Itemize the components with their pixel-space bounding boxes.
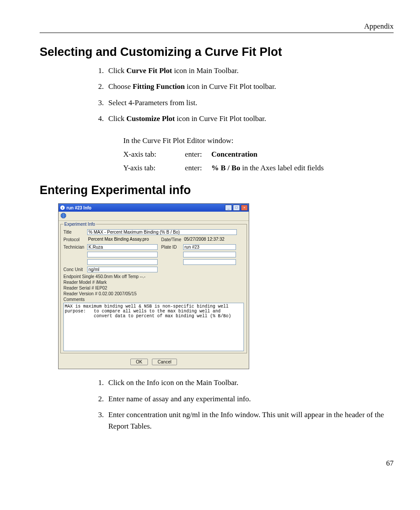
experiment-info-fieldset: Experiment Info Title Protocol Percent M… bbox=[60, 222, 247, 353]
sub-intro: In the Curve Fit Plot Editor window: bbox=[123, 134, 394, 148]
header-right-text: Appendix bbox=[364, 22, 394, 30]
concunit-input[interactable] bbox=[87, 267, 158, 272]
label-datetime: Date/Time bbox=[161, 237, 183, 242]
page-number: 67 bbox=[40, 459, 394, 468]
plateid-input[interactable] bbox=[183, 244, 236, 250]
text: icon in Curve Fit Plot toolbar. bbox=[185, 82, 276, 91]
minimize-button[interactable]: _ bbox=[225, 205, 232, 211]
curve-fit-sub-instructions: In the Curve Fit Plot Editor window: X-a… bbox=[123, 134, 394, 175]
experimental-info-steps: Click on the Info icon on the Main Toolb… bbox=[40, 377, 394, 432]
extra-input-2a[interactable] bbox=[87, 259, 158, 265]
curve-fit-steps: Click Curve Fit Plot icon in Main Toolba… bbox=[40, 65, 394, 125]
bold-text: Concentration bbox=[211, 150, 258, 158]
info-dialog-window: i run #23 Info _ □ × Experiment Info Tit… bbox=[58, 203, 249, 369]
datetime-value: 05/27/2008 12:37:32 bbox=[183, 237, 236, 242]
row-title: Title bbox=[63, 229, 244, 235]
sub-col-value: Concentration bbox=[211, 148, 258, 161]
row-protocol: Protocol Percent Max Binding Assay.pro D… bbox=[63, 237, 244, 242]
bold-text: Customize Plot bbox=[126, 114, 175, 123]
close-button[interactable]: × bbox=[241, 205, 248, 211]
dialog-toolbar bbox=[59, 212, 249, 221]
comments-textarea[interactable]: MAX is maximum binding well & NSB is non… bbox=[63, 303, 244, 351]
extra-input-2b[interactable] bbox=[183, 259, 236, 265]
label-plateid: Plate ID bbox=[161, 245, 183, 249]
static-endpoint: Endpoint Single 450.0nm Mix off Temp --.… bbox=[63, 274, 244, 279]
page-header: Appendix bbox=[40, 22, 394, 33]
sub-col-value: % B / Bo in the Axes label edit fields bbox=[211, 161, 324, 175]
titlebar: i run #23 Info _ □ × bbox=[59, 204, 249, 212]
maximize-button[interactable]: □ bbox=[233, 205, 240, 211]
label-technician: Technician bbox=[63, 245, 87, 249]
list-item: Select 4-Parameters from list. bbox=[106, 97, 394, 109]
bold-text: Fitting Function bbox=[133, 82, 185, 91]
sub-row-x-axis: X-axis tab: enter: Concentration bbox=[123, 148, 394, 161]
text: icon in Main Toolbar. bbox=[172, 66, 239, 75]
list-item: Click Customize Plot icon in Curve Fit P… bbox=[106, 113, 394, 125]
extra-input-1a[interactable] bbox=[87, 252, 158, 257]
fieldset-legend: Experiment Info bbox=[63, 222, 96, 227]
label-comments: Comments bbox=[63, 297, 244, 302]
heading-curve-fit: Selecting and Customizing a Curve Fit Pl… bbox=[40, 45, 394, 59]
row-technician: Technician Plate ID bbox=[63, 244, 244, 250]
extra-input-1b[interactable] bbox=[183, 252, 236, 257]
text: Choose bbox=[108, 82, 133, 91]
label-protocol: Protocol bbox=[63, 237, 87, 242]
ok-button[interactable]: OK bbox=[130, 359, 148, 365]
row-extra1 bbox=[63, 252, 244, 257]
list-item: Click Curve Fit Plot icon in Main Toolba… bbox=[106, 65, 394, 77]
sub-col-enter: enter: bbox=[185, 148, 211, 161]
globe-icon[interactable] bbox=[60, 213, 66, 219]
row-extra2 bbox=[63, 259, 244, 265]
window-buttons: _ □ × bbox=[225, 205, 248, 211]
list-item: Enter concentration unit ng/ml in the In… bbox=[106, 409, 394, 433]
bold-text: Curve Fit Plot bbox=[126, 66, 172, 75]
text: Select 4-Parameters from list. bbox=[108, 99, 197, 107]
document-page: Appendix Selecting and Customizing a Cur… bbox=[0, 0, 420, 485]
cancel-button[interactable]: Cancel bbox=[152, 359, 177, 365]
row-concunit: Conc Unit bbox=[63, 267, 244, 272]
text: Click bbox=[108, 66, 126, 75]
sub-row-y-axis: Y-axis tab: enter: % B / Bo in the Axes … bbox=[123, 161, 394, 175]
label-title: Title bbox=[63, 230, 87, 235]
sub-col-label: X-axis tab: bbox=[123, 148, 185, 161]
text: in the Axes label edit fields bbox=[240, 164, 324, 172]
list-item: Choose Fitting Function icon in Curve Fi… bbox=[106, 81, 394, 92]
technician-input[interactable] bbox=[87, 244, 158, 250]
text: icon in Curve Fit Plot toolbar. bbox=[175, 114, 266, 123]
static-reader-version: Reader Version # 0.02.00 2007/05/15 bbox=[63, 291, 244, 296]
window-title: run #23 Info bbox=[66, 205, 225, 210]
heading-experimental-info: Entering Experimental info bbox=[40, 183, 394, 197]
info-icon: i bbox=[60, 205, 65, 210]
title-input[interactable] bbox=[87, 229, 237, 235]
sub-col-label: Y-axis tab: bbox=[123, 161, 185, 175]
label-concunit: Conc Unit bbox=[63, 267, 87, 272]
dialog-button-row: OK Cancel bbox=[59, 355, 249, 369]
static-reader-serial: Reader Serial # IEP02 bbox=[63, 286, 244, 290]
text: Click bbox=[108, 114, 126, 123]
list-item: Click on the Info icon on the Main Toolb… bbox=[106, 377, 394, 389]
list-item: Enter name of assay and any experimental… bbox=[106, 393, 394, 405]
static-reader-model: Reader Model # iMark bbox=[63, 280, 244, 285]
bold-text: % B / Bo bbox=[211, 164, 240, 172]
protocol-value: Percent Max Binding Assay.pro bbox=[87, 237, 158, 242]
sub-col-enter: enter: bbox=[185, 161, 211, 175]
